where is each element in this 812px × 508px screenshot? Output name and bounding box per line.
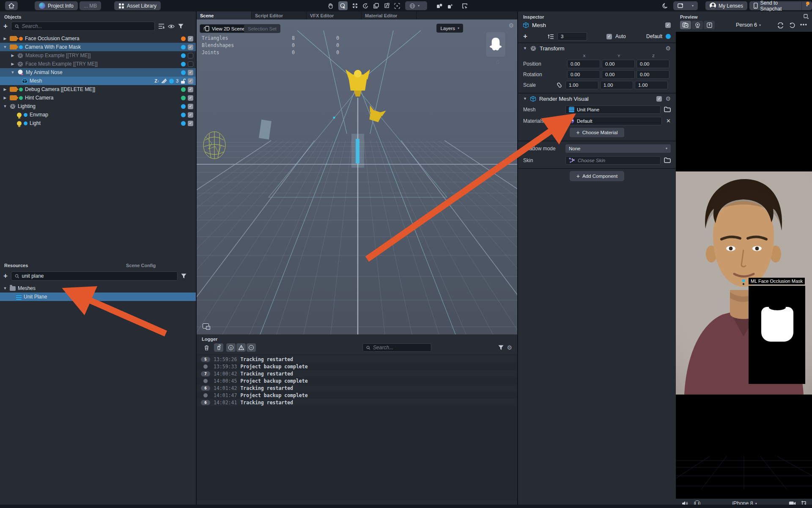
layers-dropdown[interactable]: Layers ▾	[436, 24, 463, 33]
enabled-checkbox[interactable]: ✓	[188, 104, 193, 109]
scale-y-field[interactable]	[600, 81, 633, 89]
hand-tool[interactable]	[326, 1, 335, 10]
tab-resources[interactable]: Resources	[0, 263, 98, 268]
object-row-lighting[interactable]: ▼ Lighting ✓	[0, 102, 196, 110]
object-row-face-occlusion-camera[interactable]: ▶ Face Occlusion Camera ✓	[0, 34, 196, 43]
hierarchy-view-icon[interactable]	[158, 24, 165, 29]
drag-handle-icon[interactable]: ⋮	[560, 118, 565, 124]
add-component-button[interactable]: + Add Component	[570, 171, 624, 181]
send-to-snapchat-button[interactable]: Send to Snapchat ▾	[749, 1, 812, 10]
auto-clear-button[interactable]	[214, 343, 223, 352]
enabled-checkbox[interactable]: ✓	[188, 112, 193, 118]
logger-search-input[interactable]	[373, 345, 428, 351]
object-row-light[interactable]: Light ✓	[0, 119, 196, 127]
filter-icon[interactable]	[178, 24, 184, 29]
rect-transform-tool[interactable]	[382, 1, 391, 10]
object-row-camera-with-face-mask[interactable]: ▼ Camera With Face Mask ✓	[0, 43, 196, 51]
scale-x-field[interactable]	[565, 81, 598, 89]
expand-chevron-icon[interactable]: ▶	[10, 53, 15, 58]
default-toggle[interactable]	[666, 34, 671, 39]
objects-search-input[interactable]	[22, 23, 151, 29]
collapse-chevron-icon[interactable]: ▼	[523, 46, 527, 50]
filter-info-button[interactable]: i	[226, 343, 236, 352]
person-dropdown[interactable]: Person 6 ▾	[736, 22, 761, 28]
enabled-checkbox[interactable]: ✓	[188, 70, 193, 75]
eye-icon[interactable]	[168, 24, 175, 29]
shadow-mode-dropdown[interactable]: None ▾	[565, 144, 671, 153]
preview-render-area[interactable]: ML Face Occlusion Mask	[676, 32, 812, 499]
resources-search-input[interactable]	[22, 273, 173, 279]
duplicate-tool[interactable]	[371, 1, 381, 10]
render-layer-dot[interactable]	[181, 96, 186, 100]
collapse-chevron-icon[interactable]: ▼	[523, 97, 527, 101]
object-row-makeup-example[interactable]: ▶ Makeup Example [[TRY ME]] ✓	[0, 51, 196, 60]
tab-vfx-editor[interactable]: VFX Editor	[307, 11, 362, 19]
popout-window-icon[interactable]	[804, 14, 809, 19]
expand-chevron-icon[interactable]: ▶	[3, 96, 8, 100]
add-object-button[interactable]	[435, 1, 444, 10]
project-info-button[interactable]: Project Info	[35, 1, 78, 10]
enabled-checkbox[interactable]: ✓	[188, 78, 193, 84]
filter-error-button[interactable]: −	[247, 343, 256, 352]
position-z-field[interactable]	[636, 60, 669, 68]
unlocked-icon[interactable]	[181, 78, 186, 84]
enabled-checkbox[interactable]: ✓	[188, 36, 193, 41]
scale-z-field[interactable]	[635, 81, 668, 89]
render-layer-dot[interactable]	[181, 113, 186, 117]
object-row-my-animal-nose[interactable]: ▼ My Animal Nose ✓	[0, 68, 196, 77]
collapse-chevron-icon[interactable]: ▼	[3, 104, 8, 108]
focus-tool[interactable]	[392, 1, 402, 10]
collapse-chevron-icon[interactable]: ▼	[3, 45, 8, 49]
viewport-mode-icon[interactable]	[203, 323, 209, 329]
globe-mode-dropdown[interactable]: ▾	[405, 1, 427, 10]
render-layer-dot[interactable]	[181, 70, 186, 75]
render-mesh-visual-section-header[interactable]: ▼ Render Mesh Visual ✓ ⚙	[518, 94, 676, 104]
objects-search[interactable]	[11, 22, 155, 31]
rotation-y-field[interactable]	[602, 70, 635, 79]
resources-search[interactable]	[11, 271, 178, 281]
position-x-field[interactable]	[567, 60, 600, 68]
preview-mode-webcam-button[interactable]	[692, 21, 703, 29]
preview-mode-snapshot-button[interactable]	[680, 21, 691, 29]
choose-material-button[interactable]: + Choose Material	[570, 128, 625, 137]
render-layer-dot[interactable]	[181, 121, 186, 126]
object-row-face-mesh-example[interactable]: ▶ Face Mesh Example [[TRY ME]] ✓	[0, 60, 196, 68]
component-enabled-checkbox[interactable]: ✓	[656, 96, 662, 102]
skin-reference-field[interactable]: Choose Skin	[565, 156, 661, 165]
enabled-checkbox[interactable]: ✓	[188, 44, 193, 50]
link-scale-icon[interactable]	[556, 82, 562, 88]
tab-scene[interactable]: Scene	[197, 11, 252, 19]
tab-script-editor[interactable]: Script Editor	[252, 11, 307, 19]
asset-library-button[interactable]: Asset Library	[114, 1, 161, 10]
my-lenses-button[interactable]: My Lenses	[705, 1, 747, 10]
logger-search[interactable]	[362, 343, 431, 352]
browse-folder-icon[interactable]	[664, 107, 671, 112]
pick-object-button[interactable]	[460, 1, 469, 10]
transform-gear-icon[interactable]: ⚙	[665, 45, 671, 52]
dark-mode-toggle[interactable]	[661, 1, 670, 10]
viewport-nav-icon[interactable]: ⌂	[496, 58, 499, 65]
enabled-checkbox[interactable]: ✓	[188, 121, 193, 126]
preview-mode-device-button[interactable]	[704, 21, 715, 29]
object-row-hint-camera[interactable]: ▶ Hint Camera ✓	[0, 94, 196, 102]
project-size-button[interactable]: ... MB	[80, 1, 101, 10]
browse-folder-icon[interactable]	[664, 157, 671, 163]
camera-gizmo-main[interactable]	[346, 69, 370, 97]
enabled-checkbox[interactable]: ✓	[188, 87, 193, 92]
resource-folder-meshes[interactable]: ▼ Meshes	[0, 284, 196, 293]
view-2d-scene-button[interactable]: View 2D Scene	[200, 24, 249, 33]
select-tool[interactable]	[338, 1, 348, 10]
layer-input[interactable]	[561, 34, 584, 39]
render-layer-dot[interactable]	[181, 53, 186, 58]
viewport-settings-gear-icon[interactable]: ⚙	[508, 22, 514, 29]
remove-material-icon[interactable]: ✕	[666, 118, 671, 124]
expand-chevron-icon[interactable]: ▶	[3, 36, 8, 41]
component-gear-icon[interactable]: ⚙	[665, 95, 671, 102]
move-tool[interactable]	[350, 1, 359, 10]
add-resource-plus-button[interactable]: +	[3, 272, 8, 280]
viewport-3d[interactable]: View 2D Scene Selection Set Layers ▾ ⚙ T…	[197, 19, 517, 334]
log-filter-icon[interactable]	[498, 345, 504, 350]
position-y-field[interactable]	[602, 60, 635, 68]
auto-checkbox[interactable]: ✓	[606, 34, 612, 39]
expand-chevron-icon[interactable]: ▶	[3, 87, 8, 91]
